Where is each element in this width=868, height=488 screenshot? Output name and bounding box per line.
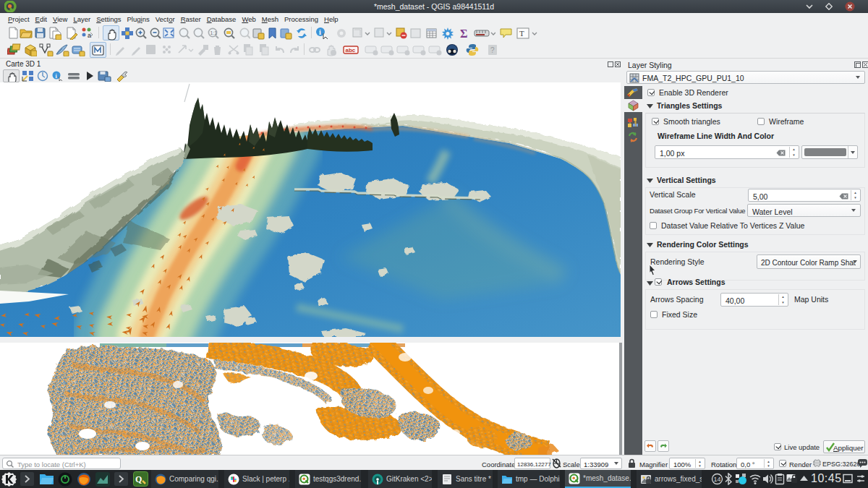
svg-text:Q: Q [135,474,142,484]
svg-text:14: 14 [714,476,721,483]
svg-text:?: ? [490,46,495,54]
svg-text:T: T [519,29,524,38]
svg-text:Σ: Σ [460,27,467,40]
svg-text:abc: abc [346,47,356,53]
svg-text:1:1: 1:1 [210,30,218,35]
svg-text:i: i [319,28,321,36]
